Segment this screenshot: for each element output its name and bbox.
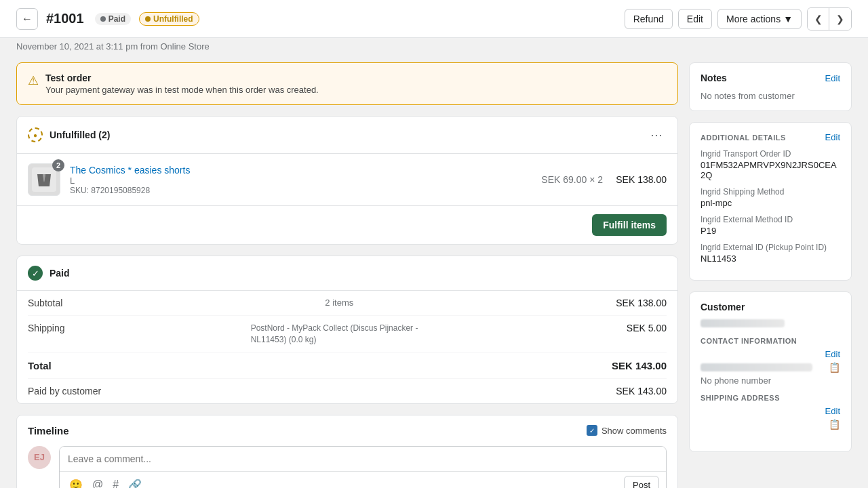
link-button[interactable]: 🔗: [125, 476, 144, 488]
post-button[interactable]: Post: [624, 476, 659, 488]
total-label: Total: [28, 360, 52, 371]
more-actions-label: More actions: [726, 14, 781, 24]
warning-icon: ⚠: [28, 73, 39, 88]
no-notes-text: No notes from customer: [701, 91, 795, 101]
order-date-row: November 10, 2021 at 3:11 pm from Online…: [0, 38, 868, 52]
comment-input[interactable]: [60, 447, 666, 471]
total-amount: SEK 143.00: [612, 360, 667, 371]
copy-email-icon[interactable]: 📋: [829, 362, 840, 373]
customer-card: Customer CONTACT INFORMATION Edit 📋 No p…: [689, 291, 852, 452]
back-button[interactable]: ←: [16, 8, 38, 30]
field-label-1: Ingrid Shipping Method: [701, 187, 840, 197]
payment-card: ✓ Paid Subtotal 2 items SEK 138.00 Shipp…: [16, 256, 678, 404]
notes-card: Notes Edit No notes from customer: [689, 62, 852, 111]
additional-details-fields: Ingrid Transport Order ID 01FM532APMRVPX…: [701, 149, 840, 264]
field-value-1: pnl-mpc: [701, 198, 840, 208]
paid-by-customer-row: Paid by customer SEK 143.00: [28, 379, 667, 403]
shipping-edit-button[interactable]: Edit: [825, 406, 840, 416]
edit-button[interactable]: Edit: [678, 9, 712, 29]
paid-badge: Paid: [95, 13, 131, 25]
contact-info-header: Edit: [701, 349, 840, 359]
show-comments-toggle[interactable]: ✓ Show comments: [587, 425, 667, 436]
additional-field-0: Ingrid Transport Order ID 01FM532APMRVPX…: [701, 149, 840, 180]
prev-order-button[interactable]: ❮: [808, 8, 829, 30]
comment-input-wrap: 🙂 @ # 🔗 Post: [59, 446, 667, 488]
more-actions-button[interactable]: More actions ▼: [717, 9, 802, 29]
show-comments-label: Show comments: [601, 426, 667, 436]
comment-toolbar: 🙂 @ # 🔗 Post: [60, 471, 666, 488]
next-order-button[interactable]: ❯: [829, 8, 851, 30]
comment-area: EJ 🙂 @ # 🔗 Post: [17, 446, 677, 488]
product-variant: L: [70, 176, 532, 186]
paid-by-label: Paid by customer: [28, 386, 101, 396]
customer-card-header: Customer: [701, 302, 840, 312]
additional-details-title: ADDITIONAL DETAILS: [701, 134, 786, 142]
notes-title: Notes: [701, 73, 727, 83]
contact-edit-button[interactable]: Edit: [825, 349, 840, 359]
subtotal-detail: 2 items: [325, 298, 353, 308]
shipping-row: Shipping PostNord - MyPack Collect (Disc…: [28, 316, 667, 353]
subtotal-row: Subtotal 2 items SEK 138.00: [28, 291, 667, 316]
payment-card-header: ✓ Paid: [17, 256, 677, 290]
page-body: ⚠ Test order Your payment gateway was in…: [0, 52, 868, 488]
paid-title: Paid: [50, 268, 667, 279]
shipping-label: Shipping: [28, 323, 65, 346]
alert-body: Your payment gateway was in test mode wh…: [45, 85, 319, 95]
contact-section-label: CONTACT INFORMATION: [701, 337, 840, 345]
show-comments-checkbox[interactable]: ✓: [587, 425, 597, 436]
field-value-0: 01FM532APMRVPX9N2JRS0CEA2Q: [701, 160, 840, 180]
shipping-amount: SEK 5.00: [627, 323, 667, 346]
unfulfilled-icon: ●: [28, 127, 43, 142]
main-column: ⚠ Test order Your payment gateway was in…: [16, 62, 678, 488]
shipping-address-header: Edit: [701, 406, 840, 416]
additional-details-edit-button[interactable]: Edit: [825, 132, 840, 142]
product-row: 2 The Cosmics * easies shorts L SKU: 872…: [17, 154, 677, 205]
product-sku: SKU: 8720195085928: [70, 186, 532, 195]
subtotal-label: Subtotal: [28, 298, 62, 308]
total-row: Total SEK 143.00: [28, 353, 667, 379]
timeline-header: Timeline ✓ Show comments: [17, 415, 677, 446]
fulfill-row: Fulfill items: [17, 205, 677, 244]
page-header: ← #1001 Paid Unfulfilled Refund Edit Mor…: [0, 0, 868, 38]
copy-address-icon[interactable]: 📋: [829, 419, 840, 430]
contact-email-blurred: [701, 363, 812, 371]
no-phone-text: No phone number: [701, 375, 840, 386]
payment-rows: Subtotal 2 items SEK 138.00 Shipping Pos…: [17, 291, 677, 403]
product-image-wrap: 2: [28, 163, 60, 196]
unfulfilled-inner-icon: ●: [33, 131, 37, 139]
hashtag-button[interactable]: #: [110, 476, 121, 488]
header-actions: Refund Edit More actions ▼ ❮ ❯: [625, 7, 852, 30]
product-link[interactable]: The Cosmics * easies shorts: [70, 165, 190, 176]
emoji-button[interactable]: 🙂: [66, 476, 85, 488]
additional-field-1: Ingrid Shipping Method pnl-mpc: [701, 187, 840, 208]
unfulfilled-more-button[interactable]: ⋯: [646, 126, 667, 144]
shipping-detail: PostNord - MyPack Collect (Discus Pijnac…: [251, 323, 441, 346]
contact-email-row: 📋: [701, 362, 840, 373]
field-label-0: Ingrid Transport Order ID: [701, 149, 840, 159]
additional-field-2: Ingrid External Method ID P19: [701, 215, 840, 236]
additional-field-3: Ingrid External ID (Pickup Point ID) NL1…: [701, 243, 840, 264]
notes-edit-button[interactable]: Edit: [825, 73, 840, 83]
mention-button[interactable]: @: [90, 476, 106, 488]
product-info: The Cosmics * easies shorts L SKU: 87201…: [70, 165, 532, 195]
product-total: SEK 138.00: [612, 174, 667, 185]
chevron-down-icon: ▼: [783, 14, 793, 24]
paid-check-icon: ✓: [28, 266, 43, 281]
paid-amount: SEK 143.00: [616, 386, 667, 396]
unfulfilled-card: ● Unfulfilled (2) ⋯ 2: [16, 116, 678, 245]
product-thumbnail-svg: [32, 167, 56, 192]
shipping-address-row: 📋: [701, 419, 840, 442]
fulfill-items-button[interactable]: Fulfill items: [592, 214, 667, 236]
unfulfilled-card-header: ● Unfulfilled (2) ⋯: [17, 117, 677, 153]
test-order-banner: ⚠ Test order Your payment gateway was in…: [16, 62, 678, 105]
timeline-title: Timeline: [28, 425, 69, 436]
notes-card-header: Notes Edit: [701, 73, 840, 83]
order-date: November 10, 2021 at 3:11 pm from Online…: [16, 39, 210, 57]
alert-title: Test order: [45, 73, 319, 83]
field-value-2: P19: [701, 226, 840, 236]
shipping-section-label: SHIPPING ADDRESS: [701, 394, 840, 402]
product-unit-price: SEK 69.00 × 2: [541, 174, 603, 185]
additional-details-header: ADDITIONAL DETAILS Edit: [701, 132, 840, 142]
refund-button[interactable]: Refund: [625, 9, 673, 29]
field-label-2: Ingrid External Method ID: [701, 215, 840, 224]
